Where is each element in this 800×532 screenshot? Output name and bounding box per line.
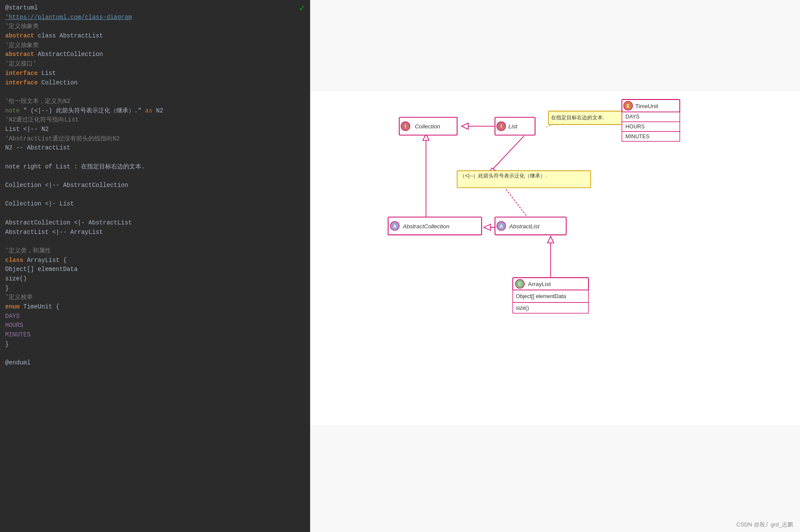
svg-text:（<|--）此箭头符号表示泛化（继承）.: （<|--）此箭头符号表示泛化（继承）.	[460, 173, 547, 179]
code-line: List <|-- N2	[5, 125, 305, 134]
code-line	[5, 209, 305, 218]
code-line: }	[5, 284, 305, 293]
code-line: @startuml	[5, 3, 305, 13]
svg-text:Collection: Collection	[415, 123, 440, 130]
svg-text:C: C	[518, 282, 522, 286]
code-line	[5, 171, 305, 181]
code-line: AbstractCollection <|- AbstractList	[5, 218, 305, 228]
svg-text:TimeUnit: TimeUnit	[635, 103, 658, 109]
code-line: Collection <|-- AbstractCollection	[5, 181, 305, 190]
code-line: abstract AbstractCollection	[5, 50, 305, 59]
code-line: '定义枚举	[5, 293, 305, 302]
code-line: Collection <|- List	[5, 199, 305, 209]
code-line	[5, 87, 305, 97]
code-line: size()	[5, 274, 305, 284]
code-line: MINUTES	[5, 330, 305, 340]
code-line: '定义接口'	[5, 59, 305, 69]
code-editor[interactable]: ✓ @startuml'https://plantuml.com/class-d…	[0, 0, 310, 532]
code-line: abstract class AbstractList	[5, 31, 305, 41]
diagram-panel: （<|--）此箭头符号表示泛化（继承）. 在指定目标右边的文本. I Colle…	[310, 0, 800, 532]
svg-text:E: E	[627, 104, 630, 109]
code-line: 'N2通过泛化符号指向List	[5, 115, 305, 125]
code-line	[5, 190, 305, 200]
svg-text:DAYS: DAYS	[626, 114, 640, 120]
code-line: note right of List : 在指定目标右边的文本.	[5, 162, 305, 172]
code-lines: @startuml'https://plantuml.com/class-dia…	[5, 3, 305, 368]
code-line	[5, 237, 305, 246]
svg-text:size(): size()	[516, 305, 529, 311]
code-line	[5, 153, 305, 162]
code-line: 'AbstractList通过没有箭头的线指向N2	[5, 134, 305, 144]
code-line: DAYS	[5, 312, 305, 321]
uml-diagram: （<|--）此箭头符号表示泛化（继承）. 在指定目标右边的文本. I Colle…	[310, 0, 800, 517]
svg-text:AbstractList: AbstractList	[509, 223, 540, 230]
code-line: class ArrayList {	[5, 256, 305, 265]
svg-text:ArrayList: ArrayList	[528, 281, 551, 287]
svg-text:HOURS: HOURS	[626, 124, 645, 130]
code-line: '定义类，和属性	[5, 246, 305, 256]
code-line: '给一段文本，定义为N2	[5, 97, 305, 106]
code-line: interface Collection	[5, 78, 305, 88]
svg-text:I: I	[501, 124, 502, 129]
code-line: Object[] elementData	[5, 265, 305, 274]
svg-text:A: A	[393, 224, 397, 229]
svg-text:List: List	[508, 123, 518, 130]
code-line: interface List	[5, 69, 305, 78]
code-line: enum TimeUnit {	[5, 302, 305, 312]
check-icon: ✓	[299, 3, 305, 13]
svg-text:MINUTES: MINUTES	[626, 134, 650, 140]
svg-text:在指定目标右边的文本.: 在指定目标右边的文本.	[551, 115, 604, 121]
svg-text:Object[] elementData: Object[] elementData	[516, 293, 567, 299]
svg-text:A: A	[500, 224, 503, 229]
code-line: '定义抽象类	[5, 22, 305, 31]
code-line: 'https://plantuml.com/class-diagram	[5, 13, 305, 22]
code-line: '定义抽象类	[5, 41, 305, 50]
svg-rect-0	[310, 91, 800, 425]
code-line: HOURS	[5, 321, 305, 330]
code-line: N2 -- AbstractList	[5, 143, 305, 153]
svg-text:I: I	[405, 124, 406, 129]
code-line	[5, 349, 305, 358]
code-line: @enduml	[5, 358, 305, 368]
watermark: CSDN @殷丿grd_志鹏	[736, 521, 793, 529]
svg-text:AbstractCollection: AbstractCollection	[402, 223, 449, 230]
code-line: note " (<|--) 此箭头符号表示泛化（继承）." as N2	[5, 106, 305, 116]
code-line: }	[5, 340, 305, 349]
code-line: AbstractList <|-- ArrayList	[5, 228, 305, 237]
